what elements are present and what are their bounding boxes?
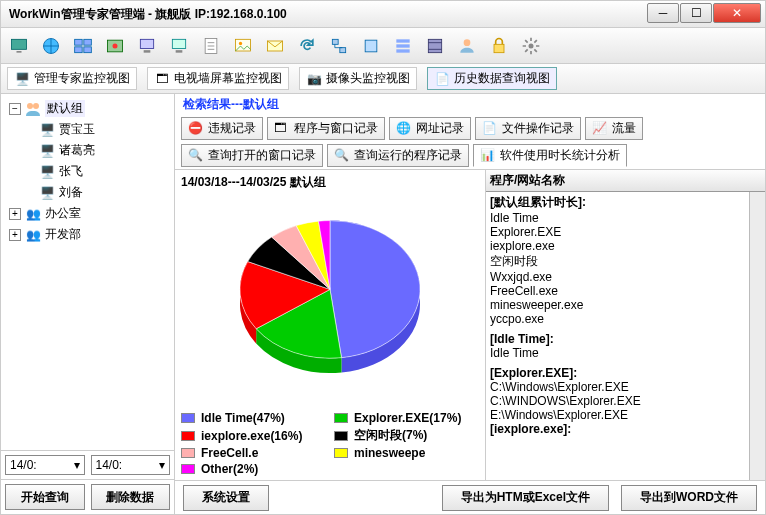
- legend-label: 空闲时段(7%): [354, 427, 427, 444]
- export-word-button[interactable]: 导出到WORD文件: [621, 485, 757, 511]
- list-item[interactable]: C:\WINDOWS\Explorer.EXE: [490, 394, 761, 408]
- tab-violation[interactable]: ⛔违规记录: [181, 117, 263, 140]
- search-icon: 🔍: [188, 148, 204, 164]
- list-item[interactable]: yccpo.exe3: [490, 312, 761, 326]
- tree-user-label: 贾宝玉: [59, 121, 95, 138]
- view-monitor[interactable]: 🖥️管理专家监控视图: [7, 67, 137, 90]
- svg-rect-12: [176, 50, 183, 52]
- expand-icon[interactable]: +: [9, 208, 21, 220]
- collapse-icon[interactable]: −: [9, 103, 21, 115]
- delete-data-button[interactable]: 删除数据: [91, 484, 171, 510]
- monitor-icon: 🖥️: [14, 71, 30, 87]
- tree-root[interactable]: − 默认组: [5, 98, 170, 119]
- legend-item: Other(2%): [181, 462, 326, 476]
- svg-rect-1: [17, 51, 22, 53]
- system-settings-button[interactable]: 系统设置: [183, 485, 269, 511]
- list-item[interactable]: Idle Time: [490, 346, 761, 360]
- tree-user-label: 刘备: [59, 184, 83, 201]
- subtab-program-records[interactable]: 🔍查询运行的程序记录: [327, 144, 469, 167]
- tab-label: 程序与窗口记录: [294, 120, 378, 137]
- tool-windows-icon[interactable]: [357, 32, 385, 60]
- svg-rect-3: [75, 39, 83, 45]
- list-item[interactable]: Explorer.EXE2: [490, 225, 761, 239]
- expand-icon[interactable]: +: [9, 229, 21, 241]
- start-query-button[interactable]: 开始查询: [5, 484, 85, 510]
- list-item[interactable]: minesweeper.exe4: [490, 298, 761, 312]
- tool-picture-icon[interactable]: [229, 32, 257, 60]
- legend-label: Explorer.EXE(17%): [354, 411, 461, 425]
- tab-label: 软件使用时长统计分析: [500, 147, 620, 164]
- svg-rect-23: [428, 39, 441, 52]
- list-item[interactable]: Idle Time6: [490, 211, 761, 225]
- tool-doc-icon[interactable]: [197, 32, 225, 60]
- svg-rect-17: [332, 39, 338, 44]
- list-header: 程序/网站名称: [486, 170, 765, 192]
- date-to-label: 14/0:: [96, 458, 123, 472]
- users-group-icon: 👥: [25, 227, 41, 243]
- tab-url[interactable]: 🌐网址记录: [389, 117, 471, 140]
- subtab-window-records[interactable]: 🔍查询打开的窗口记录: [181, 144, 323, 167]
- svg-rect-22: [396, 49, 409, 52]
- tree-user[interactable]: 🖥️贾宝玉: [5, 119, 170, 140]
- vertical-scrollbar[interactable]: [749, 192, 765, 480]
- tool-refresh-icon[interactable]: [293, 32, 321, 60]
- svg-rect-19: [365, 40, 377, 52]
- legend-item: Explorer.EXE(17%): [334, 411, 479, 425]
- tool-settings-icon[interactable]: [517, 32, 545, 60]
- tool-app-icon[interactable]: [389, 32, 417, 60]
- view-camera[interactable]: 📷摄像头监控视图: [299, 67, 417, 90]
- legend-item: Idle Time(47%): [181, 411, 326, 425]
- globe-icon: 🌐: [396, 121, 412, 137]
- tree-group[interactable]: +👥办公室: [5, 203, 170, 224]
- usage-list[interactable]: [默认组累计时长]: Idle Time6Explorer.EXE2iexplo…: [486, 192, 765, 480]
- legend-label: FreeCell.e: [201, 446, 258, 460]
- tool-mail-icon[interactable]: [261, 32, 289, 60]
- list-item[interactable]: iexplore.exe2: [490, 239, 761, 253]
- window-minimize-button[interactable]: ─: [647, 3, 679, 23]
- pc-icon: 🖥️: [39, 122, 55, 138]
- pc-icon: 🖥️: [39, 143, 55, 159]
- svg-rect-11: [172, 39, 185, 48]
- list-item[interactable]: E:\Windows\Explorer.EXE: [490, 408, 761, 422]
- tool-pc1-icon[interactable]: [133, 32, 161, 60]
- window-maximize-button[interactable]: ☐: [680, 3, 712, 23]
- tool-lock-icon[interactable]: [485, 32, 513, 60]
- list-item[interactable]: Wxxjqd.exe: [490, 270, 761, 284]
- tree-group[interactable]: +👥开发部: [5, 224, 170, 245]
- list-item[interactable]: FreeCell.exe: [490, 284, 761, 298]
- export-htm-excel-button[interactable]: 导出为HTM或Excel文件: [442, 485, 609, 511]
- tab-label: 违规记录: [208, 120, 256, 137]
- view-tvwall[interactable]: 🗔电视墙屏幕监控视图: [147, 67, 289, 90]
- tool-user-icon[interactable]: [453, 32, 481, 60]
- tab-traffic[interactable]: 📈流量: [585, 117, 643, 140]
- tree-user[interactable]: 🖥️刘备: [5, 182, 170, 203]
- tab-file-ops[interactable]: 📄文件操作记录: [475, 117, 581, 140]
- list-item[interactable]: C:\Windows\Explorer.EXE: [490, 380, 761, 394]
- tree-user[interactable]: 🖥️张飞: [5, 161, 170, 182]
- subtab-usage-stats[interactable]: 📊软件使用时长统计分析: [473, 144, 627, 167]
- date-to-select[interactable]: 14/0:▾: [91, 455, 171, 475]
- tool-globe-icon[interactable]: [37, 32, 65, 60]
- svg-rect-18: [340, 47, 346, 52]
- legend-swatch: [181, 464, 195, 474]
- tree-user[interactable]: 🖥️诸葛亮: [5, 140, 170, 161]
- window-close-button[interactable]: ✕: [713, 3, 761, 23]
- users-group-icon: 👥: [25, 206, 41, 222]
- tool-monitor-icon[interactable]: [5, 32, 33, 60]
- group-tree[interactable]: − 默认组 🖥️贾宝玉 🖥️诸葛亮 🖥️张飞 🖥️刘备 +👥办公室 +👥开发部: [1, 94, 174, 450]
- date-from-select[interactable]: 14/0:▾: [5, 455, 85, 475]
- tool-network-icon[interactable]: [325, 32, 353, 60]
- svg-point-24: [464, 39, 471, 46]
- tool-record-icon[interactable]: [101, 32, 129, 60]
- legend-item: FreeCell.e: [181, 446, 326, 460]
- tool-screens-icon[interactable]: [69, 32, 97, 60]
- tab-program-window[interactable]: 🗔程序与窗口记录: [267, 117, 385, 140]
- list-item[interactable]: 空闲时段: [490, 253, 761, 270]
- tool-pc2-icon[interactable]: [165, 32, 193, 60]
- chevron-down-icon: ▾: [159, 458, 165, 472]
- svg-point-15: [239, 41, 242, 44]
- view-history[interactable]: 📄历史数据查询视图: [427, 67, 557, 90]
- tool-film-icon[interactable]: [421, 32, 449, 60]
- legend-label: Idle Time(47%): [201, 411, 285, 425]
- pc-icon: 🖥️: [39, 164, 55, 180]
